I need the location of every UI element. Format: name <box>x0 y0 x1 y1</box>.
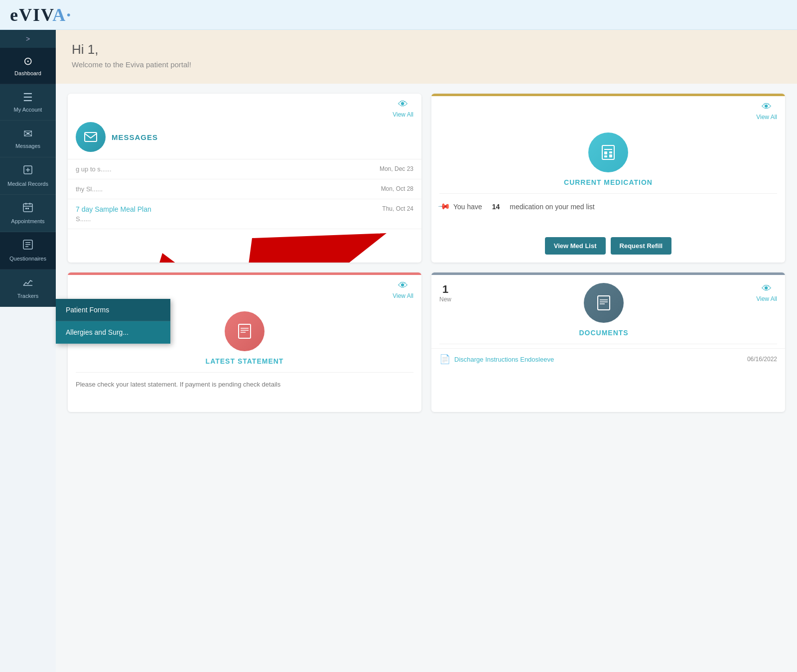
messages-card-title: MESSAGES <box>112 133 158 141</box>
message-preview-2: thy Sl...... <box>76 185 413 193</box>
main-layout: > ⊙ Dashboard ☰ My Account ✉ Messages <box>0 30 797 672</box>
documents-card-title: DOCUMENTS <box>579 329 628 337</box>
sidebar-label-medical-records: Medical Records <box>7 181 48 187</box>
med-actions: View Med List Request Refill <box>431 229 785 263</box>
statement-view-all[interactable]: 👁 View All <box>393 280 413 299</box>
documents-card: 1 New DOCUMENTS <box>431 272 785 412</box>
med-icon-area: CURRENT MEDICATION <box>431 121 785 193</box>
med-circle-icon <box>588 133 628 172</box>
sidebar-item-questionnaires[interactable]: Questionnaires <box>0 232 56 269</box>
messages-circle-icon <box>76 122 106 152</box>
questionnaires-icon <box>22 239 33 253</box>
appointments-icon <box>22 202 33 216</box>
docs-icon-area: DOCUMENTS <box>451 283 756 344</box>
statement-card-title: LATEST STATEMENT <box>206 357 284 365</box>
doc-date: 06/16/2022 <box>747 356 777 363</box>
svg-rect-17 <box>604 151 607 154</box>
doc-file-icon: 📄 <box>439 354 450 365</box>
svg-rect-20 <box>609 154 612 157</box>
statement-circle-icon <box>225 311 265 351</box>
svg-rect-13 <box>85 133 97 141</box>
sidebar-item-messages[interactable]: ✉ Messages <box>0 121 56 157</box>
docs-circle-icon <box>584 283 624 323</box>
sidebar-wrapper: > ⊙ Dashboard ☰ My Account ✉ Messages <box>0 30 56 672</box>
account-icon: ☰ <box>23 91 33 104</box>
medication-card: 👁 View All <box>431 94 785 263</box>
welcome-banner: Hi 1, Welcome to the Eviva patient porta… <box>56 30 797 84</box>
message-item-3: Thu, Oct 24 7 day Sample Meal Plan S....… <box>68 199 421 229</box>
pin-icon: 📌 <box>437 200 451 214</box>
messages-header: MESSAGES <box>68 118 421 159</box>
message-item-1: Mon, Dec 23 g up to s...... <box>68 159 421 179</box>
svg-rect-25 <box>598 296 610 310</box>
eye-icon-statement: 👁 <box>398 280 408 291</box>
message-date-3: Thu, Oct 24 <box>382 205 413 212</box>
message-subject-3[interactable]: 7 day Sample Meal Plan <box>76 205 413 213</box>
request-refill-button[interactable]: Request Refill <box>611 237 672 255</box>
medical-records-icon <box>22 164 33 178</box>
doc-name-row: 📄 Discharge Instructions Endosleeve <box>439 354 554 365</box>
documents-view-all[interactable]: 👁 View All <box>756 283 777 302</box>
sidebar-toggle[interactable]: > <box>0 30 56 48</box>
sidebar-label-appointments: Appointments <box>11 218 44 225</box>
sidebar-item-medical-records[interactable]: Medical Records <box>0 157 56 195</box>
messages-icon: ✉ <box>23 128 32 140</box>
sidebar-item-my-account[interactable]: ☰ My Account <box>0 84 56 121</box>
sidebar-item-appointments[interactable]: Appointments <box>0 195 56 232</box>
messages-view-all[interactable]: 👁 View All <box>393 99 413 118</box>
medication-card-title: CURRENT MEDICATION <box>564 178 653 186</box>
message-date-2: Mon, Oct 28 <box>381 185 413 192</box>
message-date-1: Mon, Dec 23 <box>380 165 413 172</box>
doc-item-1: 📄 Discharge Instructions Endosleeve 06/1… <box>431 348 785 370</box>
med-info: 📌 You have 14 medication on your med lis… <box>431 194 785 219</box>
eye-icon-med: 👁 <box>762 101 772 113</box>
sidebar-label-messages: Messages <box>15 143 40 149</box>
sidebar-item-trackers[interactable]: Trackers <box>0 269 56 307</box>
logo: eVIVA· <box>10 4 72 25</box>
statement-text: Please check your latest statement. If p… <box>68 373 421 397</box>
svg-rect-8 <box>27 208 29 209</box>
med-count: 14 <box>492 203 500 211</box>
content-area: Hi 1, Welcome to the Eviva patient porta… <box>56 30 797 672</box>
welcome-subtitle: Welcome to the Eviva patient portal! <box>72 60 781 69</box>
message-preview-1: g up to s...... <box>76 165 413 173</box>
dropdown-item-patient-forms[interactable]: Patient Forms <box>56 299 170 321</box>
sidebar-label-my-account: My Account <box>14 107 42 113</box>
docs-new-label: New <box>439 296 451 303</box>
svg-rect-18 <box>604 155 607 157</box>
doc-name[interactable]: Discharge Instructions Endosleeve <box>454 356 554 363</box>
svg-rect-7 <box>25 208 27 209</box>
sidebar-label-trackers: Trackers <box>17 293 38 299</box>
medication-view-all[interactable]: 👁 View All <box>756 101 777 121</box>
sidebar-label-questionnaires: Questionnaires <box>9 256 46 262</box>
sidebar-item-dashboard[interactable]: ⊙ Dashboard <box>0 48 56 84</box>
docs-new-count: 1 New <box>439 283 451 303</box>
dropdown-item-allergies[interactable]: Allergies and Surg... <box>56 321 170 344</box>
questionnaires-dropdown: Patient Forms Allergies and Surg... <box>56 299 170 344</box>
svg-rect-21 <box>239 324 251 338</box>
messages-card: 👁 View All MESSAGES Mon, Dec 23 <box>68 94 421 263</box>
trackers-icon <box>22 276 33 290</box>
svg-marker-14 <box>128 233 387 263</box>
message-preview-3: S...... <box>76 215 413 223</box>
docs-header: 1 New DOCUMENTS <box>431 275 785 344</box>
cards-grid: 👁 View All MESSAGES Mon, Dec 23 <box>56 84 797 422</box>
view-med-list-button[interactable]: View Med List <box>545 237 606 255</box>
message-item-2: Mon, Oct 28 thy Sl...... <box>68 179 421 199</box>
svg-rect-15 <box>602 145 614 159</box>
docs-divider <box>439 344 777 344</box>
sidebar-label-dashboard: Dashboard <box>14 70 41 77</box>
svg-rect-19 <box>609 151 612 153</box>
sidebar: > ⊙ Dashboard ☰ My Account ✉ Messages <box>0 30 56 307</box>
welcome-title: Hi 1, <box>72 42 781 57</box>
docs-count-number: 1 <box>439 283 451 296</box>
eye-icon: 👁 <box>398 99 408 110</box>
eye-icon-docs: 👁 <box>762 283 772 294</box>
dashboard-icon: ⊙ <box>23 55 32 68</box>
header: eVIVA· <box>0 0 797 30</box>
